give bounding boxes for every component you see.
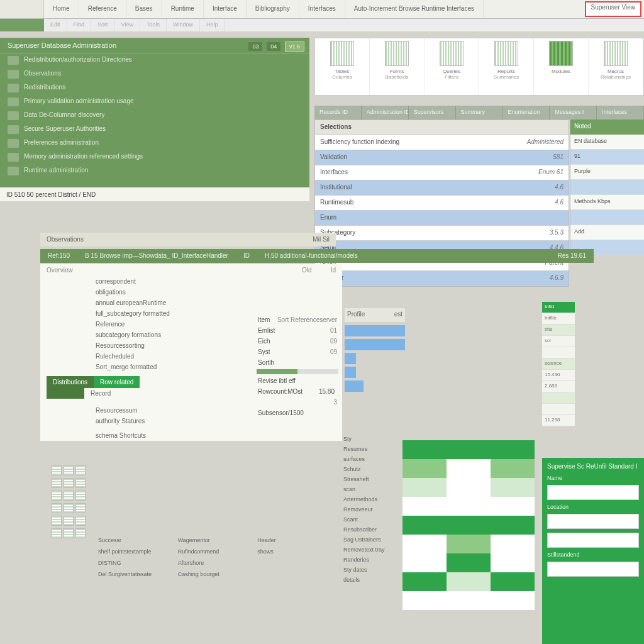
ribbon-queries[interactable]: QueriesFilters <box>425 38 479 95</box>
cluster-item[interactable]: schema Shortcuts <box>96 430 342 441</box>
palette-icon[interactable] <box>75 465 86 475</box>
tab-enumeration[interactable]: Enumeration <box>502 106 550 119</box>
list-item[interactable]: Successr <box>98 535 178 546</box>
palette-icon[interactable] <box>64 478 74 488</box>
list-item[interactable]: Wagementor <box>178 535 258 546</box>
ribbon-tables[interactable]: TablesColumns <box>315 38 370 95</box>
card-input[interactable] <box>547 562 639 577</box>
table-row[interactable]: InterfacesEnum 61 <box>315 165 569 180</box>
table-row[interactable]: Subcategory3.5.3 <box>315 226 569 241</box>
superuser-view-button[interactable]: Superuser View <box>585 1 641 17</box>
palette-icon[interactable] <box>52 516 62 526</box>
list-item[interactable]: Rufindcommend <box>178 546 258 557</box>
cluster-item[interactable]: obligations <box>96 287 342 297</box>
tb2-tools[interactable]: Tools <box>140 19 167 31</box>
tb2-sort[interactable]: Sort <box>91 19 115 31</box>
stat-value: Sort Referenceserver <box>277 316 337 323</box>
cluster-item[interactable]: annual europeanRuntime <box>96 297 342 308</box>
table-row[interactable]: Runtimesub4.6 <box>315 196 569 211</box>
palette-icon[interactable] <box>64 516 74 526</box>
list-item[interactable]: shows <box>257 546 337 557</box>
palette-icon[interactable] <box>75 516 86 526</box>
menu-autoincrement[interactable]: Auto-Increment Browse Runtime Interfaces <box>345 0 484 18</box>
admin-row[interactable]: Redistribution/authorization Directories <box>0 53 309 67</box>
thin-row <box>542 404 575 415</box>
table-row[interactable]: Selections <box>315 120 569 135</box>
palette-icon[interactable] <box>52 528 62 538</box>
palette-icon[interactable] <box>75 503 86 513</box>
palette-icon[interactable] <box>52 465 62 475</box>
ribbon-reports[interactable]: ReportsSummaries <box>479 38 534 95</box>
tab-records[interactable]: Records ID <box>314 106 362 119</box>
side-col-row[interactable]: Methods Kbps <box>570 195 644 210</box>
menu-interface[interactable]: Interface <box>204 0 247 18</box>
admin-row[interactable]: Secure Superuser Authorities <box>0 123 309 136</box>
icon-grid-row <box>52 465 96 475</box>
tab-supervisors[interactable]: Supervisors <box>409 106 456 119</box>
table-row[interactable]: Enum <box>315 211 569 226</box>
side-col-row[interactable]: EN database <box>570 135 644 150</box>
palette-icon[interactable] <box>52 491 62 501</box>
cluster-item[interactable]: correspondent <box>96 276 342 287</box>
side-col-row[interactable] <box>570 210 644 225</box>
table-row[interactable]: Sufficiency function indexingAdministere… <box>315 135 569 150</box>
menu-bases[interactable]: Bases <box>126 0 162 18</box>
table-row[interactable]: Entrysur4.6.9 <box>315 271 569 286</box>
list-item[interactable]: Cashing bourget <box>178 569 258 580</box>
tb2-help[interactable]: Help <box>200 19 225 31</box>
admin-row[interactable]: Preferences administration <box>0 136 309 150</box>
menu-home[interactable]: Home <box>44 0 79 18</box>
tb2-window[interactable]: Window <box>167 19 200 31</box>
tb2-find[interactable]: Find <box>67 19 92 31</box>
table-row[interactable]: Validation581 <box>315 150 569 165</box>
card-title: Supervise Sc ReUnfil Standard I <box>547 463 639 470</box>
tb2-edit[interactable]: Edit <box>44 19 67 31</box>
admin-row[interactable]: Runtime administration <box>0 164 309 178</box>
palette-icon[interactable] <box>64 465 74 475</box>
menu-interfaces[interactable]: Interfaces <box>299 0 345 18</box>
card-location-input[interactable] <box>547 514 639 529</box>
checker-cell <box>491 440 535 459</box>
list-item[interactable]: Aftershore <box>178 557 258 569</box>
admin-row[interactable]: Data De-Columnar discovery <box>0 109 309 123</box>
palette-icon[interactable] <box>75 528 86 538</box>
card-input[interactable] <box>547 533 639 548</box>
admin-row[interactable]: Primary validation administration usage <box>0 95 309 109</box>
chart-bar <box>345 339 405 350</box>
list-item[interactable]: DISTING <box>98 557 178 569</box>
menu-bibliography[interactable]: Bibliography <box>247 0 299 18</box>
side-col-row[interactable]: 91 <box>570 150 644 165</box>
card-name-input[interactable] <box>547 485 639 500</box>
side-col-row[interactable] <box>570 180 644 195</box>
tab-summary[interactable]: Summary <box>456 106 503 119</box>
palette-icon[interactable] <box>64 491 74 501</box>
ribbon-forms[interactable]: FormsBasefields <box>370 38 425 95</box>
tab-interfaces[interactable]: Interfaces <box>597 106 644 119</box>
ribbon-modules[interactable]: Modules <box>534 38 589 95</box>
tb2-view[interactable]: View <box>115 19 140 31</box>
record-tab[interactable] <box>0 19 44 31</box>
palette-icon[interactable] <box>64 503 74 513</box>
list-item[interactable]: Del Surgiventatissate <box>98 569 178 580</box>
palette-icon[interactable] <box>52 478 62 488</box>
list-item[interactable]: Header <box>257 535 337 546</box>
checker-cell <box>402 553 447 572</box>
palette-icon[interactable] <box>64 528 74 538</box>
menu-reference[interactable]: Reference <box>79 0 126 18</box>
palette-icon[interactable] <box>52 503 62 513</box>
ribbon-macros[interactable]: MacrosRelationships <box>589 38 643 95</box>
palette-icon[interactable] <box>75 478 86 488</box>
menu-runtime[interactable]: Runtime <box>162 0 204 18</box>
list-item[interactable]: shelf pointstextample <box>98 546 178 557</box>
row-related-pill[interactable]: Row related <box>94 376 140 388</box>
palette-icon[interactable] <box>75 491 86 501</box>
distributions-pill[interactable]: Distributions <box>47 376 94 388</box>
admin-row[interactable]: Observations <box>0 67 309 81</box>
tab-messages[interactable]: Messages I <box>550 106 597 119</box>
admin-row[interactable]: Memory administration referenced setting… <box>0 150 309 164</box>
admin-row[interactable]: Redistributions <box>0 81 309 95</box>
table-row[interactable]: Institutional4.6 <box>315 180 569 196</box>
side-col-row[interactable]: Add <box>570 225 644 240</box>
side-col-row[interactable]: Purple <box>570 165 644 180</box>
tab-admin[interactable]: Administration ID <box>362 106 409 119</box>
